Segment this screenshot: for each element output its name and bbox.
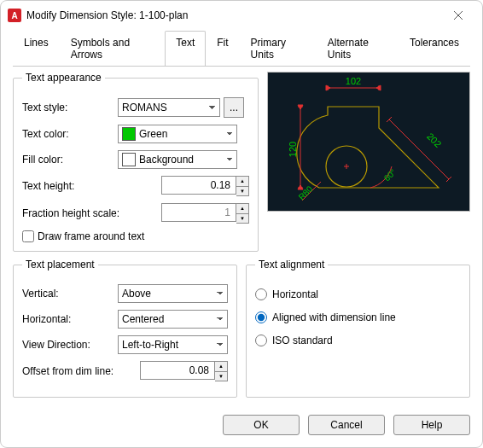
preview-pane: 102 120 202 60° R80 bbox=[267, 72, 470, 212]
fill-swatch-icon bbox=[122, 153, 136, 166]
draw-frame-input[interactable] bbox=[22, 230, 34, 242]
fill-color-select[interactable]: Background bbox=[118, 150, 237, 169]
fraction-down: ▼ bbox=[236, 214, 248, 224]
titlebar: A Modify Dimension Style: 1-100-plan bbox=[1, 1, 482, 30]
align-with-dim-radio[interactable]: Aligned with dimension line bbox=[255, 311, 461, 323]
text-color-select[interactable]: Green bbox=[118, 125, 237, 143]
tab-lines[interactable]: Lines bbox=[13, 31, 60, 66]
tab-bar: Lines Symbols and Arrows Text Fit Primar… bbox=[1, 30, 482, 66]
fraction-scale-label: Fraction height scale: bbox=[22, 207, 133, 219]
vertical-label: Vertical: bbox=[22, 288, 118, 300]
text-appearance-group: Text appearance Text style: ROMANS ... T… bbox=[13, 72, 259, 252]
fill-color-label: Fill color: bbox=[22, 154, 118, 166]
offset-up[interactable]: ▲ bbox=[215, 362, 227, 372]
align-horizontal-radio[interactable]: Horizontal bbox=[255, 288, 461, 300]
app-icon: A bbox=[8, 9, 21, 22]
svg-text:120: 120 bbox=[288, 142, 298, 157]
text-height-input[interactable] bbox=[161, 176, 236, 195]
close-button[interactable] bbox=[441, 3, 475, 27]
tab-primary-units[interactable]: Primary Units bbox=[240, 31, 317, 66]
color-swatch-icon bbox=[122, 127, 136, 141]
height-down[interactable]: ▼ bbox=[236, 187, 248, 196]
placement-legend: Text placement bbox=[22, 259, 98, 271]
align-iso-radio[interactable]: ISO standard bbox=[255, 335, 461, 346]
text-color-value: Green bbox=[139, 128, 167, 140]
offset-label: Offset from dim line: bbox=[22, 365, 133, 377]
tab-tolerances[interactable]: Tolerances bbox=[399, 31, 470, 66]
text-height-label: Text height: bbox=[22, 180, 118, 192]
text-style-browse-button[interactable]: ... bbox=[224, 97, 244, 118]
text-alignment-group: Text alignment Horizontal Aligned with d… bbox=[246, 259, 470, 398]
fill-color-value: Background bbox=[139, 154, 194, 166]
dialog-footer: OK Cancel Help bbox=[1, 408, 482, 447]
offset-input[interactable] bbox=[140, 361, 215, 380]
vertical-select[interactable]: Above bbox=[118, 284, 228, 303]
tab-fit[interactable]: Fit bbox=[206, 31, 239, 66]
text-style-label: Text style: bbox=[22, 102, 118, 113]
viewdir-label: View Direction: bbox=[22, 339, 118, 351]
text-placement-group: Text placement Vertical: Above Horizonta… bbox=[13, 259, 237, 398]
svg-text:60°: 60° bbox=[382, 167, 398, 183]
svg-text:102: 102 bbox=[346, 76, 361, 86]
horizontal-select[interactable]: Centered bbox=[118, 310, 228, 329]
horizontal-label: Horizontal: bbox=[22, 313, 118, 325]
help-button[interactable]: Help bbox=[393, 415, 470, 435]
alignment-legend: Text alignment bbox=[255, 259, 328, 271]
height-up[interactable]: ▲ bbox=[236, 177, 248, 187]
fraction-up: ▲ bbox=[236, 204, 248, 214]
text-color-label: Text color: bbox=[22, 128, 118, 140]
dialog-window: A Modify Dimension Style: 1-100-plan Lin… bbox=[0, 0, 483, 448]
text-style-select[interactable]: ROMANS bbox=[118, 98, 220, 117]
svg-text:202: 202 bbox=[425, 131, 443, 148]
ok-button[interactable]: OK bbox=[223, 415, 300, 435]
tab-alternate-units[interactable]: Alternate Units bbox=[317, 31, 399, 66]
tab-text[interactable]: Text bbox=[165, 31, 206, 66]
draw-frame-checkbox[interactable]: Draw frame around text bbox=[22, 230, 249, 242]
appearance-legend: Text appearance bbox=[22, 72, 105, 84]
offset-down[interactable]: ▼ bbox=[215, 372, 227, 381]
cancel-button[interactable]: Cancel bbox=[308, 415, 385, 435]
viewdir-select[interactable]: Left-to-Right bbox=[118, 335, 228, 354]
tab-symbols[interactable]: Symbols and Arrows bbox=[60, 31, 166, 66]
window-title: Modify Dimension Style: 1-100-plan bbox=[26, 9, 188, 21]
fraction-scale-input bbox=[161, 203, 236, 222]
draw-frame-label: Draw frame around text bbox=[38, 230, 144, 242]
